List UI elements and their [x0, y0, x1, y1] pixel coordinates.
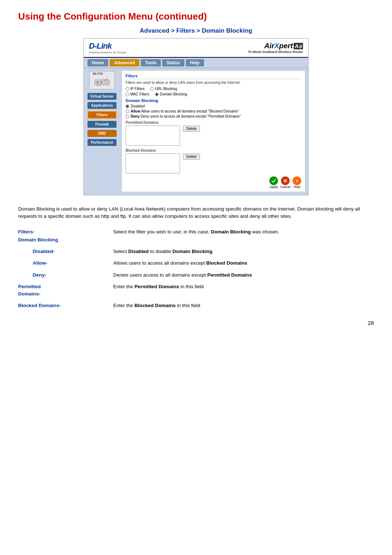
allow-option[interactable]: Allow Allow users to access all domains …: [126, 109, 301, 113]
allow-radio[interactable]: [126, 110, 129, 113]
help-button[interactable]: +: [293, 176, 301, 185]
dlink-logo-text: D-Link: [89, 41, 126, 51]
term-label-filters: Filters-Domain Blocking: [18, 227, 113, 247]
apply-label: Apply: [270, 185, 278, 189]
term-desc-filters: Select the filter you wish to use; in th…: [113, 227, 374, 247]
svg-text:+: +: [296, 179, 298, 183]
section-heading: Advanced > Filters > Domain Blocking: [18, 27, 374, 34]
term-label-deny: Deny-: [18, 270, 113, 282]
sidebar-performance[interactable]: Performance: [87, 139, 117, 146]
table-row: Disabled- Select Disabled to disable Dom…: [18, 246, 374, 258]
svg-rect-4: [106, 78, 107, 81]
domain-blocking-radio[interactable]: [155, 93, 159, 96]
filters-section-label: Filters: [126, 74, 301, 79]
router-body: DI-774 Virtual Server Applications Filte…: [84, 68, 308, 195]
sidebar-applications[interactable]: Applications: [87, 102, 117, 109]
device-label: DI-774: [93, 72, 111, 76]
content-panel: Filters Filters are used to allow or den…: [122, 70, 305, 192]
ip-filters-option[interactable]: IP Filters: [126, 87, 144, 91]
url-blocking-radio[interactable]: [150, 87, 154, 91]
table-row: Blocked Domains- Enter the Blocked Domai…: [18, 301, 374, 312]
svg-rect-2: [100, 81, 102, 83]
action-row: Apply Cancel + Help: [126, 176, 301, 189]
table-row: PermittedDomains- Enter the Permitted Do…: [18, 282, 374, 301]
nav-help[interactable]: Help: [186, 59, 204, 66]
description-text: Domain Blocking is used to allow or deny…: [18, 205, 374, 220]
filter-type-group: IP Filters URL Blocking: [126, 87, 301, 91]
term-desc-disabled: Select Disabled to disable Domain Blocki…: [113, 246, 374, 258]
deny-radio[interactable]: [126, 115, 129, 118]
domain-options-group: Disabled Allow Allow users to access all…: [126, 104, 301, 118]
blocked-domains-row: Delete: [126, 154, 301, 174]
svg-rect-1: [97, 81, 99, 83]
blocked-delete-button[interactable]: Delete: [183, 154, 200, 160]
term-desc-allow: Allows users to access all domains excep…: [113, 258, 374, 270]
nav-bar: Home Advanced Tools Status Help: [84, 58, 308, 68]
help-group: + Help: [293, 176, 301, 189]
apply-button[interactable]: [269, 176, 278, 185]
terms-table: Filters-Domain Blocking Select the filte…: [18, 227, 374, 313]
term-desc-permitted: Enter the Permitted Domains in this fiel…: [113, 282, 374, 301]
sidebar-firewall[interactable]: Firewall: [87, 121, 117, 128]
page-title: Using the Configuration Menu (continued): [18, 11, 374, 22]
domain-blocking-option[interactable]: Domain Blocking: [155, 92, 187, 96]
table-row: Deny- Denies users access to all domains…: [18, 270, 374, 282]
deny-option[interactable]: Deny Deny users to access all domains ex…: [126, 114, 301, 118]
filters-desc: Filters are used to allow or deny LAN us…: [126, 81, 301, 85]
sidebar-filters[interactable]: Filters: [87, 111, 117, 119]
router-header: D-Link Building Networks for People AirX…: [84, 38, 308, 58]
help-label: Help: [294, 185, 301, 189]
permitted-delete-button[interactable]: Delete: [183, 126, 200, 132]
dlink-logo: D-Link Building Networks for People: [89, 41, 126, 54]
permitted-domains-label: Permitted Domains: [126, 121, 301, 125]
sidebar-dmz[interactable]: DMZ: [87, 130, 117, 137]
domain-blocking-label: Domain Blocking: [126, 98, 301, 103]
term-label-blocked: Blocked Domains-: [18, 301, 113, 312]
disabled-radio[interactable]: [126, 105, 129, 108]
mac-filters-radio[interactable]: [126, 93, 129, 96]
filter-type-group2: MAC Filters Domain Blocking: [126, 92, 301, 96]
blocked-domains-listbox[interactable]: [126, 154, 180, 174]
apply-group: Apply: [269, 176, 278, 189]
svg-rect-5: [97, 85, 98, 86]
airxpert-logo: AirXpertAⒷ: [248, 42, 303, 50]
cancel-button[interactable]: [281, 176, 290, 185]
disabled-option[interactable]: Disabled: [126, 104, 301, 108]
table-row: Filters-Domain Blocking Select the filte…: [18, 227, 374, 247]
svg-rect-6: [99, 85, 101, 86]
cancel-group: Cancel: [280, 176, 290, 189]
url-blocking-option[interactable]: URL Blocking: [150, 87, 177, 91]
airxpert-area: AirXpertAⒷ Tri-Mode Dualband Wireless Ro…: [248, 42, 303, 54]
nav-home[interactable]: Home: [87, 59, 108, 66]
permitted-domains-listbox[interactable]: [126, 126, 180, 146]
term-desc-deny: Denies users access to all domains excep…: [113, 270, 374, 282]
nav-tools[interactable]: Tools: [141, 59, 161, 66]
mac-filters-option[interactable]: MAC Filters: [126, 92, 149, 96]
cancel-label: Cancel: [280, 185, 290, 189]
page-number: 28: [18, 320, 374, 326]
sidebar-virtual-server[interactable]: Virtual Server: [87, 93, 117, 100]
nav-advanced[interactable]: Advanced: [110, 59, 139, 66]
blocked-domains-label: Blocked Domains: [126, 148, 301, 152]
term-desc-blocked: Enter the Blocked Domains in this field: [113, 301, 374, 312]
term-label-allow: Allow-: [18, 258, 113, 270]
permitted-domains-row: Delete: [126, 126, 301, 146]
term-label-disabled: Disabled-: [18, 246, 113, 258]
term-label-permitted: PermittedDomains-: [18, 282, 113, 301]
table-row: Allow- Allows users to access all domain…: [18, 258, 374, 270]
dlink-tagline: Building Networks for People: [89, 51, 126, 54]
router-frame: D-Link Building Networks for People AirX…: [83, 38, 309, 195]
nav-status[interactable]: Status: [162, 59, 184, 66]
svg-rect-3: [104, 79, 105, 81]
ip-filters-radio[interactable]: [126, 87, 129, 91]
trimode-text: Tri-Mode Dualband Wireless Router: [248, 50, 303, 54]
device-image: DI-774: [89, 71, 115, 89]
sidebar: DI-774 Virtual Server Applications Filte…: [84, 68, 120, 195]
